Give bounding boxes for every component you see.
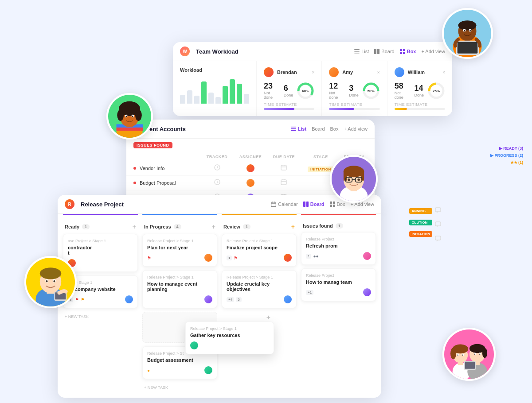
svg-rect-31 — [333, 202, 335, 204]
col-add-ready[interactable]: + — [133, 223, 136, 230]
col-review: Review 1 + Release Project > Stage 1 Fin… — [222, 214, 297, 392]
avatar-woman-colorful — [106, 93, 153, 140]
col-assignee: ASSIGNEE — [234, 155, 267, 159]
col-line-ready — [63, 214, 138, 215]
amy-not-done: 12 Not done — [329, 81, 342, 100]
card-footer: 1 ⚑ — [227, 254, 292, 262]
svg-rect-33 — [333, 205, 335, 207]
release-nav-board[interactable]: Board — [303, 202, 325, 207]
release-nav-calendar[interactable]: Calendar — [271, 202, 298, 207]
svg-point-56 — [132, 116, 133, 117]
reaction-badge: +1 — [306, 290, 313, 295]
person-amy-close[interactable]: × — [377, 70, 380, 75]
stage-badge-anning: ANNING — [409, 208, 432, 214]
workload-panel-header: W Team Workload List Board Box + Add vie… — [173, 42, 452, 61]
person-brendan-close[interactable]: × — [312, 70, 314, 75]
col-due-val — [267, 164, 301, 172]
new-task-btn[interactable]: + NEW TASK — [63, 312, 138, 322]
svg-point-73 — [40, 267, 61, 279]
card-avatar — [284, 254, 292, 262]
col-header-issues: Issues found 1 — [301, 219, 376, 232]
flag-icon: ⚑ — [147, 256, 151, 260]
svg-point-41 — [469, 30, 471, 32]
right-status-badges: ▶ READY (3) ▶ PROGRESS (2) ★★ (1) — [490, 146, 523, 165]
person-william-avatar — [395, 67, 404, 77]
accounts-nav-list[interactable]: List — [291, 126, 307, 132]
col-add-inprogress[interactable]: + — [212, 223, 215, 230]
person-william-close[interactable]: × — [442, 70, 445, 75]
person-william-stats: 58 Not done 14 Done 25% — [395, 81, 445, 100]
brendan-time-bar — [264, 108, 314, 110]
col-count-inprogress: 4 — [174, 224, 181, 229]
svg-rect-15 — [291, 127, 296, 128]
release-nav-box[interactable]: Box — [330, 202, 345, 207]
workload-chart-section: Workload — [173, 61, 257, 116]
svg-rect-2 — [354, 53, 360, 54]
col-ready: Ready 1 + ase Project > Stage 1 contract… — [63, 214, 138, 392]
card-project: Release Project > Stage 1 — [227, 239, 292, 243]
svg-rect-62 — [344, 171, 347, 180]
new-task-btn[interactable]: + NEW TASK — [142, 383, 217, 392]
card-footer: 1 ●● — [306, 252, 371, 260]
badge-star: ★★ (1) — [490, 160, 523, 165]
card-avatar — [204, 254, 212, 262]
amy-done: 3 Done — [349, 84, 359, 97]
accounts-title: ent Accounts — [149, 126, 186, 132]
bar-8 — [230, 79, 235, 104]
bar-5 — [208, 93, 214, 104]
svg-rect-28 — [303, 202, 305, 207]
col-add-review[interactable]: + — [291, 223, 295, 230]
svg-rect-43 — [458, 42, 478, 54]
nav-board[interactable]: Board — [374, 49, 394, 54]
card-footer: ⚑ — [147, 254, 212, 262]
card-project: ase Project > Stage 1 — [68, 239, 133, 243]
avatar-man-young — [24, 256, 77, 308]
amy-time-bar — [329, 108, 379, 110]
col-tracked-val — [200, 164, 234, 172]
workload-content: Workload Brendan × — [173, 61, 452, 116]
col-issues-found: Issues found 1 Release Project Refresh p… — [301, 214, 376, 392]
svg-point-40 — [464, 30, 465, 32]
svg-point-94 — [482, 348, 487, 358]
nav-list[interactable]: List — [354, 49, 369, 54]
bar-6 — [215, 97, 221, 104]
accounts-nav-board[interactable]: Board — [312, 126, 325, 132]
svg-point-77 — [54, 280, 55, 283]
person-brendan-stats: 23 Not done 6 Done 60% — [264, 81, 314, 100]
accounts-nav-add[interactable]: + Add view — [344, 126, 368, 132]
svg-rect-3 — [374, 49, 376, 54]
brendan-donut: 60% — [297, 82, 314, 100]
nav-add-view[interactable]: + Add view — [421, 49, 445, 54]
card-avatar — [125, 295, 133, 303]
card-footer — [68, 259, 133, 267]
task-card: Release Project > Stage 1 Update crucial… — [222, 270, 297, 308]
issues-badge: ISSUES FOUND — [133, 142, 172, 148]
task-card: Release Project > Stage 1 Plan for next … — [142, 234, 217, 267]
nav-box[interactable]: Box — [400, 49, 416, 54]
reaction-badge: +4 — [227, 297, 234, 302]
svg-rect-19 — [281, 165, 286, 170]
stage-badge-initiation2: INITIATION — [409, 231, 432, 237]
release-panel-header: R Release Project Calendar Board Box + A… — [58, 195, 381, 214]
avatar-man-glasses — [330, 155, 378, 203]
svg-rect-5 — [400, 49, 402, 51]
svg-rect-32 — [330, 205, 332, 207]
person-william: William × 58 Not done 14 Done 25% — [387, 61, 452, 116]
col-header-ready: Ready 1 + — [63, 219, 138, 234]
svg-rect-25 — [435, 222, 441, 226]
svg-point-89 — [462, 354, 463, 356]
card-avatar — [363, 252, 371, 260]
accounts-nav-box[interactable]: Box — [330, 126, 339, 132]
svg-point-98 — [479, 353, 480, 355]
card-project: ject > Stage 1 — [68, 280, 133, 285]
svg-rect-26 — [435, 236, 441, 240]
badge-ready: ▶ READY (3) — [490, 146, 523, 151]
bar-10 — [244, 94, 249, 104]
svg-point-85 — [450, 348, 456, 359]
person-brendan-header: Brendan × — [264, 67, 314, 77]
col-assignee-val — [234, 164, 267, 172]
card-project: Release Project > Stage 1 — [147, 239, 212, 243]
release-panel: R Release Project Calendar Board Box + A… — [58, 195, 381, 398]
person-brendan: Brendan × 23 Not done 6 Done 60% — [257, 61, 322, 116]
floating-plus-icon[interactable]: + — [266, 314, 270, 322]
